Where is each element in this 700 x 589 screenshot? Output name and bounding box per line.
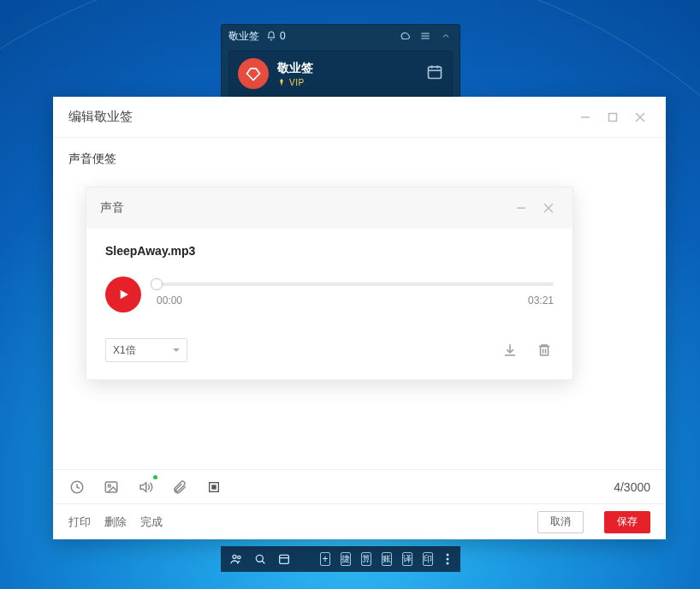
svg-line-27 [544, 204, 553, 212]
svg-line-19 [636, 113, 644, 122]
add-tile-button[interactable]: + [320, 552, 329, 566]
svg-rect-11 [280, 555, 289, 563]
contacts-icon[interactable] [229, 552, 243, 566]
time-icon[interactable] [68, 479, 86, 496]
more-icon[interactable] [443, 552, 452, 566]
audio-player: 00:00 03:21 [105, 277, 554, 312]
calendar-icon[interactable] [426, 63, 443, 84]
speed-select-value: X1倍 [113, 343, 136, 358]
svg-point-9 [256, 555, 263, 562]
current-time: 00:00 [157, 294, 182, 306]
notification-count: 0 [280, 30, 286, 42]
svg-rect-17 [609, 113, 617, 121]
svg-point-15 [446, 562, 448, 565]
image-icon[interactable] [103, 479, 120, 496]
svg-point-14 [446, 558, 448, 561]
notification-indicator[interactable]: 0 [266, 30, 286, 42]
vip-badge: VIP [277, 78, 313, 87]
print-link[interactable]: 打印 [68, 515, 91, 530]
svg-line-28 [544, 204, 553, 212]
svg-rect-30 [541, 347, 549, 356]
edit-note-modal: 编辑敬业签 声音便签 4/3000 打印 删 [53, 97, 666, 539]
maximize-button[interactable] [602, 107, 623, 128]
play-button[interactable] [105, 277, 141, 312]
svg-point-8 [238, 556, 240, 558]
svg-rect-3 [429, 67, 442, 78]
sound-icon[interactable] [137, 479, 154, 496]
calendar-small-icon[interactable] [277, 552, 291, 566]
footer-tile-4[interactable]: 印 [423, 552, 433, 566]
save-button[interactable]: 保存 [604, 511, 650, 533]
sound-panel-title: 声音 [100, 200, 124, 216]
background-app-window: 敬业签 0 敬业签 VIP [221, 24, 460, 104]
diamond-icon [277, 78, 286, 86]
background-app-titlebar: 敬业签 0 [222, 25, 460, 47]
footer-tile-0[interactable]: 捷 [341, 552, 351, 566]
play-icon [116, 288, 130, 301]
background-app-title: 敬业签 [228, 29, 259, 44]
footer-tile-2[interactable]: 账 [382, 552, 392, 566]
collapse-icon[interactable] [439, 29, 453, 43]
svg-point-22 [108, 485, 110, 487]
svg-marker-23 [140, 482, 146, 491]
svg-rect-25 [211, 485, 216, 489]
sound-panel-titlebar: 声音 [86, 187, 572, 229]
audio-filename: SleepAway.mp3 [105, 244, 554, 258]
modal-body: 声音便签 [53, 138, 666, 469]
background-app-name: 敬业签 [277, 61, 313, 76]
speed-select[interactable]: X1倍 [105, 338, 187, 362]
delete-link[interactable]: 删除 [104, 515, 127, 530]
footer-tile-1[interactable]: 算 [361, 552, 371, 566]
modal-action-bar: 打印 删除 完成 取消 保存 [53, 503, 666, 539]
sound-minimize-button[interactable] [511, 198, 531, 218]
app-logo-icon [238, 58, 269, 89]
svg-point-13 [446, 554, 448, 556]
duration: 03:21 [528, 294, 554, 306]
done-link[interactable]: 完成 [140, 515, 163, 530]
note-type-label: 声音便签 [68, 152, 650, 167]
editor-toolbar: 4/3000 [53, 469, 666, 503]
modal-title-text: 编辑敬业签 [68, 109, 133, 125]
progress-knob[interactable] [151, 278, 163, 290]
cancel-button[interactable]: 取消 [537, 511, 584, 533]
svg-point-7 [233, 555, 236, 558]
background-app-footer: + 捷 算 账 译 印 [221, 546, 460, 572]
search-icon[interactable] [253, 552, 267, 566]
footer-tile-3[interactable]: 译 [402, 552, 412, 566]
sound-close-button[interactable] [538, 198, 559, 218]
minimize-button[interactable] [575, 107, 596, 128]
download-button[interactable] [501, 341, 519, 360]
svg-rect-24 [210, 482, 219, 491]
svg-rect-21 [105, 482, 117, 492]
char-counter: 4/3000 [614, 480, 650, 494]
svg-line-18 [636, 113, 644, 122]
modal-titlebar: 编辑敬业签 [53, 97, 666, 138]
trash-button[interactable] [535, 341, 554, 360]
attachment-icon[interactable] [171, 479, 188, 496]
stop-icon[interactable] [205, 479, 222, 496]
sync-icon[interactable] [398, 29, 412, 43]
progress-track[interactable] [157, 283, 554, 286]
close-button[interactable] [630, 107, 650, 128]
svg-line-10 [262, 561, 264, 563]
sound-panel: 声音 SleepAway.mp3 00:00 03:21 [86, 187, 573, 380]
menu-icon[interactable] [418, 29, 432, 43]
bell-icon [266, 31, 276, 41]
svg-point-20 [71, 481, 83, 493]
background-app-header: 敬业签 VIP [228, 51, 453, 97]
svg-marker-29 [121, 290, 128, 300]
